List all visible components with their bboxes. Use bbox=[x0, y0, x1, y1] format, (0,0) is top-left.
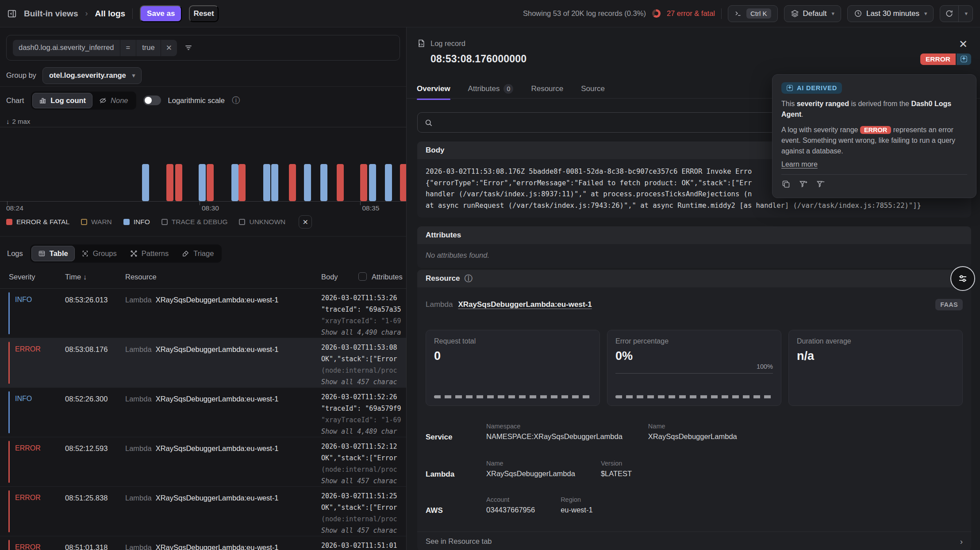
histogram-bar[interactable] bbox=[369, 164, 376, 201]
save-as-button[interactable]: Save as bbox=[140, 5, 182, 22]
histogram-bar[interactable] bbox=[289, 164, 296, 201]
legend-swatch bbox=[6, 219, 12, 225]
logs-tabs-segmented: TableGroupsPatternsTriage bbox=[30, 244, 222, 263]
table-row[interactable]: ERROR08:51:25.838LambdaXRaySqsDebuggerLa… bbox=[0, 487, 406, 536]
resource-field-label: Name bbox=[648, 423, 737, 430]
copy-icon[interactable] bbox=[781, 180, 791, 189]
histogram-bar[interactable] bbox=[231, 164, 238, 201]
detail-tab-resource[interactable]: Resource bbox=[531, 84, 563, 100]
refresh-button[interactable] bbox=[940, 6, 958, 22]
x-axis-tick-label: 08:35 bbox=[362, 204, 380, 212]
legend-item-error-fatal[interactable]: ERROR & FATAL bbox=[6, 218, 69, 226]
see-in-resource-tab[interactable]: See in Resource tab › bbox=[417, 531, 971, 550]
histogram-bar[interactable] bbox=[304, 164, 311, 201]
filter-exclude-icon[interactable] bbox=[816, 180, 825, 189]
filter-field[interactable]: dash0.log.ai.severity_inferred bbox=[13, 40, 120, 56]
chart-secondary-none[interactable]: None bbox=[92, 93, 135, 108]
row-body-line[interactable]: Show all 4,490 chara bbox=[321, 327, 406, 338]
reset-button[interactable]: Reset bbox=[189, 5, 218, 22]
resource-group-name: Lambda bbox=[426, 460, 486, 479]
logs-tab-table[interactable]: Table bbox=[31, 246, 75, 261]
error-summary-link[interactable]: 27 error & fatal bbox=[667, 9, 715, 18]
legend-item-warn[interactable]: WARN bbox=[81, 218, 112, 226]
col-severity[interactable]: Severity bbox=[9, 273, 35, 281]
legend-item-info[interactable]: INFO bbox=[123, 218, 150, 226]
histogram-bar[interactable] bbox=[400, 164, 407, 201]
sidebar-toggle-icon[interactable] bbox=[7, 9, 17, 19]
filter-lines-icon[interactable] bbox=[184, 43, 193, 52]
table-row[interactable]: ERROR08:51:01.318LambdaXRaySqsDebuggerLa… bbox=[0, 536, 406, 550]
histogram-bar[interactable] bbox=[166, 164, 173, 201]
row-body-line[interactable]: Show all 457 charac bbox=[321, 525, 406, 536]
refresh-options-button[interactable]: ▾ bbox=[958, 6, 972, 22]
breadcrumb-section[interactable]: Built-in views bbox=[24, 9, 78, 19]
histogram-bar[interactable] bbox=[142, 164, 149, 201]
time-range-button[interactable]: Last 30 minutes ▾ bbox=[847, 5, 934, 22]
legend-item-trace-debug[interactable]: TRACE & DEBUG bbox=[161, 218, 228, 226]
log-scale-toggle[interactable] bbox=[143, 95, 161, 105]
info-icon[interactable]: ⓘ bbox=[464, 273, 472, 284]
filter-value[interactable]: true bbox=[136, 40, 160, 56]
attributes-checkbox[interactable] bbox=[358, 272, 367, 281]
col-body[interactable]: Body bbox=[321, 273, 338, 281]
row-body-line[interactable]: Show all 457 charac bbox=[321, 376, 406, 387]
view-selector-button[interactable]: Default ▾ bbox=[784, 5, 841, 22]
chart-metric-log-count[interactable]: Log count bbox=[32, 93, 92, 108]
close-icon[interactable]: ✕ bbox=[955, 37, 971, 51]
resource-group-name: Service bbox=[426, 423, 486, 442]
detail-tab-attributes[interactable]: Attributes0 bbox=[468, 84, 514, 100]
histogram-bar[interactable] bbox=[207, 164, 214, 201]
histogram-bar[interactable] bbox=[238, 164, 246, 201]
row-resource-type: Lambda bbox=[125, 543, 152, 550]
filter-remove-icon[interactable]: ✕ bbox=[161, 40, 177, 56]
col-time[interactable]: Time ↓ bbox=[65, 273, 87, 281]
histogram-bar[interactable] bbox=[263, 164, 270, 201]
logs-tab-triage[interactable]: Triage bbox=[175, 246, 220, 261]
histogram-bar[interactable] bbox=[320, 164, 327, 201]
row-severity: ERROR bbox=[15, 543, 41, 550]
histogram-bar[interactable] bbox=[360, 164, 367, 201]
resource-field: Regioneu-west-1 bbox=[561, 496, 592, 515]
command-palette-button[interactable]: Ctrl K bbox=[728, 5, 778, 22]
logs-tab-groups[interactable]: Groups bbox=[75, 246, 123, 261]
row-body-line[interactable]: Show all 457 charac bbox=[321, 475, 406, 486]
resource-field-label: Account bbox=[486, 496, 535, 503]
chart-controls: Chart Log count None Logarithmic scale ⓘ bbox=[0, 87, 406, 114]
log-record-icon bbox=[417, 39, 426, 48]
group-by-select[interactable]: otel.log.severity.range ▾ bbox=[42, 67, 142, 84]
panel-options-button[interactable] bbox=[950, 266, 975, 291]
filter-bar[interactable]: dash0.log.ai.severity_inferred = true ✕ bbox=[6, 35, 400, 61]
resource-name-link[interactable]: XRaySqsDebuggerLambda:eu-west-1 bbox=[458, 300, 592, 309]
legend-swatch bbox=[239, 219, 245, 225]
row-severity: ERROR bbox=[15, 494, 41, 502]
table-row[interactable]: INFO08:52:26.300LambdaXRaySqsDebuggerLam… bbox=[0, 388, 406, 437]
detail-tab-overview[interactable]: Overview bbox=[417, 84, 450, 100]
legend-close-button[interactable]: ✕ bbox=[299, 215, 312, 229]
logs-tab-patterns[interactable]: Patterns bbox=[123, 246, 175, 261]
histogram-bar[interactable] bbox=[385, 164, 392, 201]
clock-icon bbox=[854, 9, 862, 18]
col-resource[interactable]: Resource bbox=[125, 273, 157, 281]
histogram-bar[interactable] bbox=[175, 164, 182, 201]
ai-derived-icon[interactable] bbox=[957, 53, 971, 65]
table-row[interactable]: ERROR08:53:08.176LambdaXRaySqsDebuggerLa… bbox=[0, 338, 406, 388]
histogram-bar[interactable] bbox=[199, 164, 206, 201]
metric-value: 0 bbox=[434, 349, 592, 363]
histogram-bar[interactable] bbox=[271, 164, 278, 201]
table-row[interactable]: INFO08:53:26.013LambdaXRaySqsDebuggerLam… bbox=[0, 289, 406, 338]
row-resource-name: XRaySqsDebuggerLambda:eu-west-1 bbox=[156, 345, 279, 353]
table-row[interactable]: ERROR08:52:12.593LambdaXRaySqsDebuggerLa… bbox=[0, 437, 406, 487]
histogram-bar[interactable] bbox=[337, 164, 344, 201]
breadcrumb-page[interactable]: All logs bbox=[95, 9, 125, 19]
metric-value: n/a bbox=[797, 349, 954, 363]
row-body-line[interactable]: Show all 4,489 char bbox=[321, 426, 406, 437]
detail-tab-label: Attributes bbox=[468, 84, 500, 93]
learn-more-link[interactable]: Learn more bbox=[781, 160, 818, 168]
chevron-down-icon: ▾ bbox=[965, 10, 968, 17]
detail-tab-source[interactable]: Source bbox=[581, 84, 605, 100]
info-icon[interactable]: ⓘ bbox=[232, 95, 240, 106]
row-severity: ERROR bbox=[15, 345, 41, 353]
filter-operator[interactable]: = bbox=[120, 40, 136, 56]
legend-item-unknown[interactable]: UNKNOWN bbox=[239, 218, 285, 226]
filter-include-icon[interactable] bbox=[799, 180, 808, 189]
